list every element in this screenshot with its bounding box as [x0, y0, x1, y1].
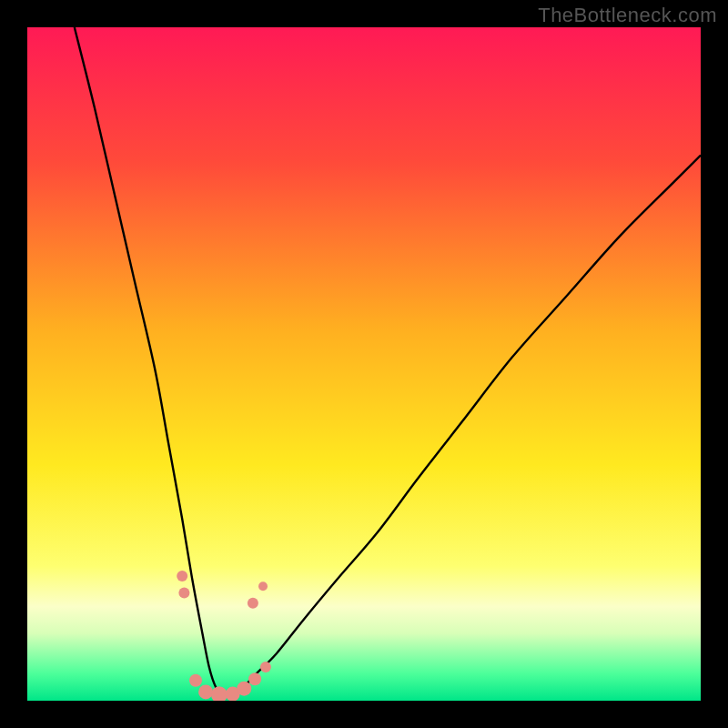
marker-dot — [178, 588, 189, 599]
marker-dot — [177, 571, 187, 581]
marker-dot — [189, 674, 202, 687]
marker-dot — [237, 682, 251, 696]
bottleneck-chart — [27, 27, 701, 701]
marker-dot — [248, 598, 258, 609]
plot-area — [27, 27, 701, 701]
gradient-background — [27, 27, 701, 701]
marker-dot — [260, 662, 271, 672]
marker-dot — [258, 581, 268, 591]
marker-dot — [198, 684, 213, 699]
watermark-text: TheBottleneck.com — [538, 4, 717, 27]
chart-frame: TheBottleneck.com — [0, 0, 728, 728]
marker-dot — [248, 672, 261, 685]
